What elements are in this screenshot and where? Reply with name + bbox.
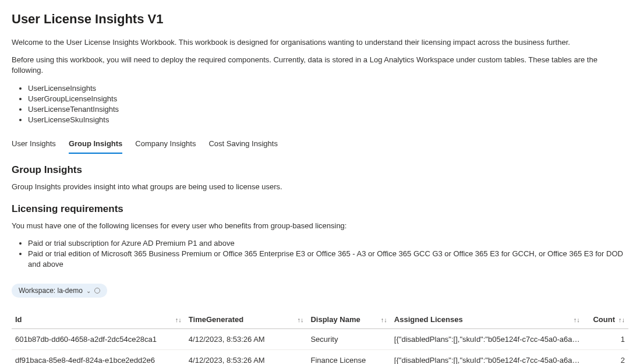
chevron-down-icon: ⌄ <box>86 288 91 294</box>
licensing-requirements-list: Paid or trial subscription for Azure AD … <box>12 238 628 270</box>
column-header-timegenerated[interactable]: TimeGenerated ↑↓ <box>185 310 307 329</box>
sort-icon[interactable]: ↑↓ <box>618 316 625 323</box>
cell-timegenerated: 4/12/2023, 8:53:26 AM <box>185 329 307 350</box>
intro-paragraph-1: Welcome to the User License Insights Wor… <box>12 37 628 48</box>
group-insights-table: Id ↑↓ TimeGenerated ↑↓ Display Name ↑↓ A… <box>12 310 628 364</box>
section-description-group-insights: Group Insights provides insight into wha… <box>12 182 628 192</box>
tab-company-insights[interactable]: Company Insights <box>135 136 196 154</box>
column-label: TimeGenerated <box>189 315 243 324</box>
column-label: Id <box>15 315 22 324</box>
table-header-row: Id ↑↓ TimeGenerated ↑↓ Display Name ↑↓ A… <box>12 310 628 329</box>
list-item: Paid or trial edition of Microsoft 365 B… <box>28 249 628 270</box>
custom-tables-list: UserLicenseInsights UserGroupLicenseInsi… <box>12 83 628 126</box>
list-item: UserLicenseTenantInsights <box>28 104 628 115</box>
loading-circle-icon <box>94 288 100 294</box>
column-header-id[interactable]: Id ↑↓ <box>12 310 185 329</box>
column-label: Assigned Licenses <box>394 315 463 324</box>
cell-assigned-licenses: [{"disabledPlans":[],"skuId":"b05e124f-c… <box>391 329 584 350</box>
cell-display-name: Finance License <box>307 350 390 364</box>
column-label: Display Name <box>310 315 360 324</box>
column-header-assigned-licenses[interactable]: Assigned Licenses ↑↓ <box>391 310 584 329</box>
sort-icon[interactable]: ↑↓ <box>381 316 387 323</box>
table-row[interactable]: 601b87db-dd60-4658-a2df-2dc54ce28ca1 4/1… <box>12 329 628 350</box>
list-item: Paid or trial subscription for Azure AD … <box>28 238 628 249</box>
table-row[interactable]: df91baca-85e8-4edf-824a-e1bce2edd2e6 4/1… <box>12 350 628 364</box>
tab-user-insights[interactable]: User Insights <box>12 136 56 154</box>
column-header-display-name[interactable]: Display Name ↑↓ <box>307 310 390 329</box>
list-item: UserGroupLicenseInsights <box>28 94 628 104</box>
list-item: UserLicenseSkuInsights <box>28 115 628 125</box>
column-label: Count <box>593 315 615 324</box>
column-header-count[interactable]: Count ↑↓ <box>584 310 628 329</box>
page-title: User License Insights V1 <box>12 12 628 27</box>
intro-paragraph-2: Before using this workbook, you will nee… <box>12 55 628 76</box>
section-heading-licensing-requirements: Licensing requirements <box>12 203 628 215</box>
cell-id: df91baca-85e8-4edf-824a-e1bce2edd2e6 <box>12 350 185 364</box>
sort-icon[interactable]: ↑↓ <box>574 316 580 323</box>
list-item: UserLicenseInsights <box>28 83 628 94</box>
sort-icon[interactable]: ↑↓ <box>297 316 303 323</box>
section-description-licensing-requirements: You must have one of the following licen… <box>12 221 628 231</box>
cell-id: 601b87db-dd60-4658-a2df-2dc54ce28ca1 <box>12 329 185 350</box>
cell-count: 1 <box>584 329 628 350</box>
tab-cost-saving-insights[interactable]: Cost Saving Insights <box>208 136 278 154</box>
section-heading-group-insights: Group Insights <box>12 164 628 176</box>
sort-icon[interactable]: ↑↓ <box>175 316 182 323</box>
cell-display-name: Security <box>307 329 390 350</box>
cell-timegenerated: 4/12/2023, 8:53:26 AM <box>185 350 307 364</box>
tab-group-insights[interactable]: Group Insights <box>69 136 122 154</box>
workspace-label: Workspace: la-demo <box>19 287 83 295</box>
tab-bar: User Insights Group Insights Company Ins… <box>12 136 628 154</box>
workspace-selector-pill[interactable]: Workspace: la-demo ⌄ <box>12 284 107 298</box>
cell-assigned-licenses: [{"disabledPlans":[],"skuId":"b05e124f-c… <box>391 350 584 364</box>
cell-count: 2 <box>584 350 628 364</box>
